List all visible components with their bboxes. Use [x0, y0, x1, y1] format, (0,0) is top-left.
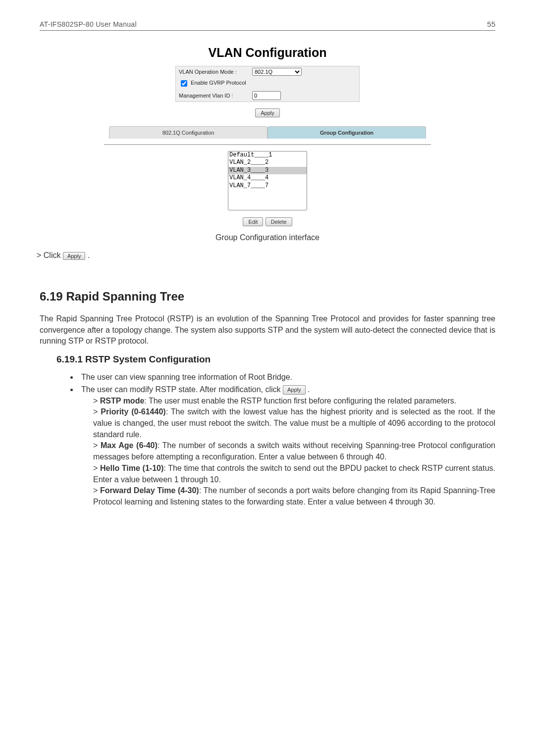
tab-8021q-config[interactable]: 802.1Q Configuration	[109, 126, 268, 139]
section-619-para: The Rapid Spanning Tree Protocol (RSTP) …	[40, 313, 495, 347]
header-doc-title: AT-IFS802SP-80 User Manual	[40, 20, 137, 28]
bullet-modify-rstp: The user can modify RSTP state. After mo…	[78, 384, 495, 508]
delete-button[interactable]: Delete	[266, 217, 292, 226]
click-suffix: .	[88, 251, 90, 259]
sub-priority: > Priority (0-61440): The switch with th…	[93, 406, 495, 440]
section-619-heading: 6.19 Rapid Spanning Tree	[40, 290, 495, 303]
enable-gvrp-label: Enable GVRP Protocol	[191, 80, 246, 86]
mgmt-vlan-label: Management Vlan ID :	[176, 90, 249, 101]
rstp-bullets: The user can view spanning tree informat…	[69, 372, 495, 508]
vlan-config-panel: VLAN Operation Mode : 802.1Q Enable GVRP…	[175, 66, 360, 102]
sub-hello-time: > Hello Time (1-10): The time that contr…	[93, 463, 495, 485]
bullet-root-bridge: The user can view spanning tree informat…	[78, 372, 495, 383]
header-page-number: 55	[487, 20, 495, 28]
sub-rstp-mode: > RSTP mode: The user must enable the RS…	[93, 396, 495, 407]
apply-button[interactable]: Apply	[255, 108, 280, 117]
mgmt-vlan-input[interactable]	[252, 91, 281, 100]
inline-apply-button: Apply	[63, 252, 86, 260]
operation-mode-select[interactable]: 802.1Q	[252, 68, 302, 76]
vlan-list[interactable]: Default____1 VLAN_2____2 VLAN_3____3 VLA…	[228, 151, 307, 210]
sub-forward-delay: > Forward Delay Time (4-30): The number …	[93, 485, 495, 507]
operation-mode-label: VLAN Operation Mode :	[176, 66, 249, 77]
vlan-config-title: VLAN Configuration	[40, 46, 495, 60]
section-6191-heading: 6.19.1 RSTP System Configuration	[56, 354, 495, 365]
inline-apply-button-2: Apply	[283, 385, 306, 395]
click-apply-line: > Click Apply .	[37, 251, 495, 260]
enable-gvrp-checkbox[interactable]	[181, 80, 187, 87]
click-prefix: > Click	[37, 251, 60, 259]
page-header: AT-IFS802SP-80 User Manual 55	[40, 20, 495, 31]
edit-button[interactable]: Edit	[243, 217, 263, 226]
sub-max-age: > Max Age (6-40): The number of seconds …	[93, 440, 495, 462]
tabs-underline	[104, 143, 431, 145]
screenshot-caption: Group Configuration interface	[40, 233, 495, 242]
config-tabs: 802.1Q Configuration Group Configuration	[109, 126, 426, 139]
tab-group-config[interactable]: Group Configuration	[268, 126, 426, 139]
